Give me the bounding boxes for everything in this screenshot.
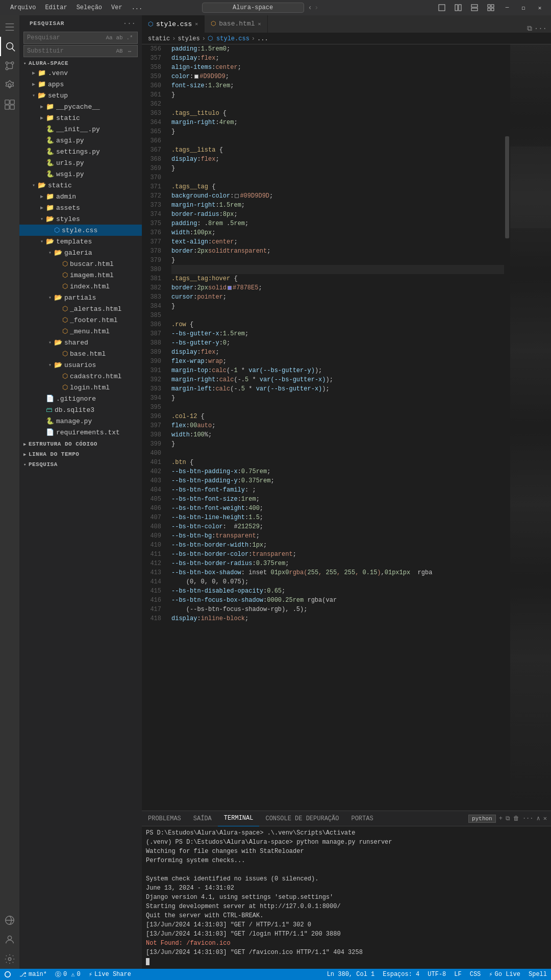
code-line-378[interactable]: border: 2px solid transparent; — [171, 247, 504, 256]
code-line-393[interactable]: margin-left: calc(-.5 * var(--bs-gutter-… — [171, 384, 504, 394]
code-line-405[interactable]: --bs-btn-font-size: 1rem; — [171, 495, 504, 504]
tree-item-galeria[interactable]: ▾ 📂 galeria — [19, 247, 142, 258]
code-line-390[interactable]: flex-wrap: wrap; — [171, 357, 504, 366]
code-line-380[interactable] — [171, 265, 504, 274]
code-line-400[interactable] — [171, 449, 504, 458]
tree-item-apps[interactable]: ▶ 📁 apps — [19, 79, 142, 90]
code-line-367[interactable]: .tags__lista { — [171, 145, 504, 155]
code-line-360[interactable]: font-size: 1.3rem; — [171, 81, 504, 90]
tree-item-requirements[interactable]: 📄 requirements.txt — [19, 427, 142, 438]
code-line-396[interactable]: .col-12 { — [171, 412, 504, 421]
tab-stylecss-close[interactable]: ✕ — [195, 21, 198, 27]
tab-stylecss[interactable]: ⬡ style.css ✕ — [142, 15, 205, 33]
code-line-363[interactable]: .tags__titulo { — [171, 109, 504, 118]
tree-item-usuarios[interactable]: ▾ 📂 usuarios — [19, 359, 142, 371]
code-line-409[interactable]: --bs-btn-bg: transparent; — [171, 531, 504, 541]
code-line-366[interactable] — [171, 136, 504, 145]
menu-arquivo[interactable]: Arquivo — [6, 3, 40, 12]
code-line-388[interactable]: --bs-gutter-y: 0; — [171, 338, 504, 348]
tree-item-asgi[interactable]: 🐍 asgi.py — [19, 135, 142, 146]
minimap-slider[interactable] — [510, 146, 551, 228]
tree-item-menu[interactable]: ⬡ _menu.html — [19, 326, 142, 337]
code-line-373[interactable]: margin-right: 1.5rem; — [171, 201, 504, 210]
tree-item-manage[interactable]: 🐍 manage.py — [19, 415, 142, 427]
code-line-358[interactable]: align-items: center; — [171, 63, 504, 72]
tree-item-assets[interactable]: ▶ 📁 assets — [19, 202, 142, 213]
code-line-412[interactable]: --bs-btn-border-radius: 0.375rem; — [171, 559, 504, 568]
code-line-362[interactable] — [171, 100, 504, 109]
tree-item-templates[interactable]: ▾ 📂 templates — [19, 236, 142, 247]
code-line-394[interactable]: } — [171, 394, 504, 403]
more-tabs-btn[interactable]: ··· — [534, 24, 547, 33]
activity-explorer[interactable] — [0, 17, 19, 37]
activity-extensions[interactable] — [0, 95, 19, 114]
tree-item-alertas[interactable]: ⬡ _alertas.html — [19, 303, 142, 314]
status-spaces[interactable]: Espaços: 4 — [379, 969, 423, 980]
tree-item-cadastro[interactable]: ⬡ cadastro.html — [19, 371, 142, 382]
breadcrumb-styles[interactable]: styles — [178, 35, 199, 42]
code-line-392[interactable]: margin-right: calc(-.5 * var(--bs-gutter… — [171, 375, 504, 384]
tab-basehtml-close[interactable]: ✕ — [258, 21, 261, 27]
tree-item-partials[interactable]: ▾ 📂 partials — [19, 292, 142, 303]
terminal-split-btn[interactable]: ⧉ — [506, 815, 510, 822]
nav-forward[interactable]: › — [314, 4, 318, 12]
regex-btn[interactable]: .* — [125, 33, 134, 42]
code-line-381[interactable]: .tags__tag:hover { — [171, 274, 504, 283]
split-editor-btn[interactable]: ⧉ — [527, 24, 532, 33]
nav-back[interactable]: ‹ — [308, 4, 312, 12]
code-editor[interactable]: padding: 1.5rem 0; display: flex; align-… — [167, 44, 504, 811]
tree-item-setup[interactable]: ▾ 📂 setup — [19, 90, 142, 101]
panel-tab-problemas[interactable]: PROBLEMAS — [142, 811, 187, 826]
status-encoding[interactable]: UTF-8 — [423, 969, 450, 980]
whole-word-btn[interactable]: ab — [115, 33, 124, 42]
restore-btn[interactable]: ◻ — [516, 1, 531, 15]
code-line-401[interactable]: .btn { — [171, 458, 504, 467]
code-line-372[interactable]: background-color: #09D9D9D; — [171, 191, 504, 201]
replace-icon-2[interactable]: ⋯ — [125, 46, 134, 56]
panel-tab-console[interactable]: CONSOLE DE DEPURAÇÃO — [259, 811, 345, 826]
code-line-357[interactable]: display: flex; — [171, 54, 504, 63]
terminal-add-btn[interactable]: + — [499, 815, 503, 822]
code-line-365[interactable]: } — [171, 127, 504, 136]
scrollbar-thumb[interactable] — [505, 136, 509, 238]
tree-item-basehtml[interactable]: ⬡ base.html — [19, 348, 142, 359]
tree-item-init[interactable]: 🐍 __init__.py — [19, 124, 142, 135]
breadcrumb-static[interactable]: static — [148, 35, 170, 42]
terminal-trash-btn[interactable]: 🗑 — [513, 815, 519, 822]
tree-item-db[interactable]: 🗃 db.sqlite3 — [19, 404, 142, 415]
code-line-382[interactable]: border: 2px solid #7878E5; — [171, 283, 504, 292]
layout-btn-4[interactable] — [484, 1, 498, 15]
tree-item-stylecss[interactable]: ⬡ style.css — [19, 225, 142, 236]
minimize-btn[interactable]: ─ — [500, 1, 514, 15]
layout-btn-3[interactable] — [467, 1, 482, 15]
terminal-content[interactable]: PS D:\Estudos\Alura\Alura-space> .\.venv… — [142, 826, 551, 969]
status-golive[interactable]: ⚡ Go Live — [485, 969, 524, 980]
code-line-418[interactable]: display: inline-block; — [171, 614, 504, 623]
code-line-369[interactable]: } — [171, 164, 504, 173]
tree-item-admin[interactable]: ▶ 📁 admin — [19, 191, 142, 202]
code-line-397[interactable]: flex: 0 0 auto; — [171, 421, 504, 430]
code-line-374[interactable]: border-radius: 8px; — [171, 210, 504, 219]
tab-basehtml[interactable]: ⬡ base.html ✕ — [205, 15, 267, 33]
status-eol[interactable]: LF — [450, 969, 465, 980]
code-line-384[interactable]: } — [171, 302, 504, 311]
terminal-maximize-btn[interactable]: ✕ — [543, 815, 547, 822]
replace-all-icon[interactable]: AB — [115, 46, 124, 56]
status-branch[interactable]: ⎇ main* — [15, 969, 51, 980]
activity-debug[interactable] — [0, 76, 19, 95]
code-line-399[interactable]: } — [171, 439, 504, 449]
code-line-416[interactable]: --bs-btn-focus-box-shadow: 0 0 0 0.25rem… — [171, 596, 504, 605]
tree-item-gitignore[interactable]: 📄 .gitignore — [19, 393, 142, 404]
explorer-header[interactable]: ▾ ALURA-SPACE — [19, 59, 142, 67]
search-input[interactable] — [27, 34, 105, 41]
panel-tab-saida[interactable]: SAÍDA — [187, 811, 218, 826]
code-line-376[interactable]: width: 100px; — [171, 228, 504, 237]
tree-item-styles[interactable]: ▾ 📂 styles — [19, 213, 142, 225]
code-line-395[interactable] — [171, 403, 504, 412]
replace-input[interactable] — [27, 47, 114, 55]
status-errors[interactable]: ⓪ 0 ⚠ 0 — [51, 969, 85, 980]
code-line-359[interactable]: color: #D9D9D9; — [171, 72, 504, 81]
tree-item-static[interactable]: ▾ 📂 static — [19, 180, 142, 191]
code-line-415[interactable]: --bs-btn-disabled-opacity: 0.65; — [171, 586, 504, 596]
code-line-404[interactable]: --bs-btn-font-family: ; — [171, 485, 504, 495]
